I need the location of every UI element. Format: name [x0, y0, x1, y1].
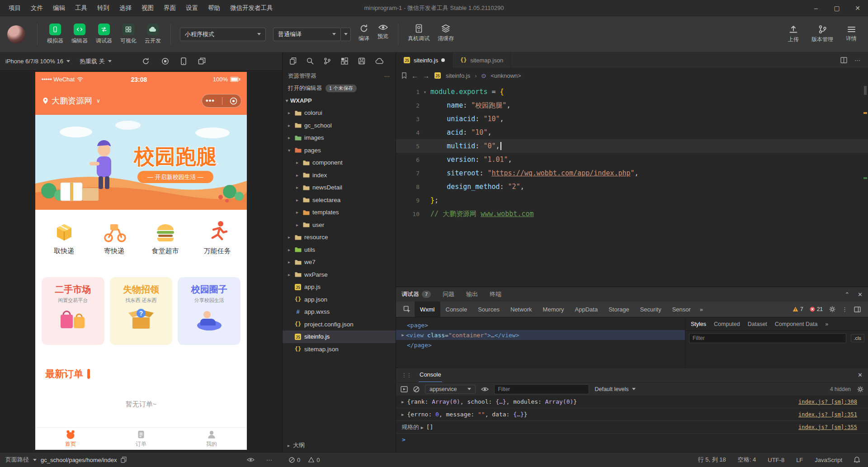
element-tree-row[interactable]: ▶<view class="container">…</view>	[396, 330, 685, 340]
devtools-tab[interactable]: Network	[505, 302, 538, 317]
close-console-icon[interactable]: ✕	[858, 372, 863, 378]
menubar-item[interactable]: 界面	[159, 4, 181, 12]
toolbar-visual-button[interactable]: 可视化	[120, 24, 137, 45]
element-tree-row[interactable]: <page>	[396, 320, 685, 330]
tree-item[interactable]: {}app.json	[283, 293, 396, 306]
tree-item[interactable]: ▸wxParse	[283, 269, 396, 281]
toolbar-preview-button[interactable]: 预览	[377, 24, 388, 45]
tree-item[interactable]: ▸component	[283, 156, 396, 169]
feature-card[interactable]: 失物招领找东西 还东西?	[110, 277, 173, 345]
mode-select[interactable]: 小程序模式	[180, 28, 266, 41]
hot-reload-toggle[interactable]: 热重载 关	[80, 57, 105, 66]
source-control-icon[interactable]	[324, 57, 331, 65]
eol-sequence[interactable]: LF	[796, 457, 803, 463]
toolbar-remote-debug-button[interactable]: 真机调试	[408, 24, 429, 45]
expand-arrow-icon[interactable]: ▶	[400, 333, 406, 337]
settings-gear-icon[interactable]	[829, 306, 835, 312]
errors-indicator[interactable]: 21	[810, 306, 823, 312]
record-icon[interactable]	[161, 57, 169, 65]
split-editor-icon[interactable]	[840, 57, 847, 63]
toolbar-debugger-button[interactable]: 调试器	[96, 24, 112, 45]
open-editors-section[interactable]: 打开的编辑器 1 个未保存	[283, 82, 396, 94]
tree-item[interactable]: {}project.config.json	[283, 318, 396, 331]
menubar-item[interactable]: 帮助	[203, 4, 225, 12]
devtools-tab[interactable]: AppData	[570, 302, 604, 317]
minimize-button[interactable]: –	[806, 0, 826, 16]
expand-arrow-icon[interactable]: ▶	[401, 400, 404, 404]
quick-entry[interactable]: 食堂超市	[152, 219, 179, 255]
tree-item[interactable]: ▸colorui	[283, 107, 396, 119]
console-context-select[interactable]: appservice	[425, 385, 476, 394]
compile-mode-extra-button[interactable]	[341, 28, 351, 41]
close-button[interactable]: ✕	[847, 0, 868, 16]
more-actions-icon[interactable]: ⋯	[266, 457, 273, 463]
live-expression-eye-icon[interactable]	[481, 387, 489, 392]
overflow-tabs-icon[interactable]: »	[696, 306, 707, 313]
editor-tab[interactable]: {}sitemap.json	[453, 52, 511, 68]
menubar-item[interactable]: 视图	[137, 4, 159, 12]
log-source-link[interactable]: index.js? [sm]:351	[798, 411, 857, 418]
code-line[interactable]: 1▾module.exports = {	[396, 85, 868, 99]
toolbar-version-button[interactable]: 版本管理	[811, 25, 833, 43]
quick-entry[interactable]: 取快递	[52, 219, 77, 255]
warnings-indicator[interactable]: 7	[793, 306, 803, 312]
tree-item[interactable]: ▸user	[283, 219, 396, 231]
element-tree-row[interactable]: </page>	[396, 340, 685, 350]
debugger-panel-tab[interactable]: 终端	[490, 290, 501, 298]
code-line[interactable]: 2 name: "校园跑腿",	[396, 99, 868, 112]
tree-item[interactable]: ▾pages	[283, 144, 396, 157]
menubar-item[interactable]: 选择	[114, 4, 137, 12]
menubar-item[interactable]: 项目	[4, 4, 26, 12]
collapse-panel-icon[interactable]: ⌃	[844, 291, 849, 298]
toolbar-cloud-button[interactable]: 云开发	[145, 24, 161, 45]
menubar-item[interactable]: 微信开发者工具	[225, 4, 278, 12]
toggle-visibility-eye-icon[interactable]	[247, 457, 255, 462]
menubar-item[interactable]: 工具	[70, 4, 92, 12]
tree-item[interactable]: ▸we7	[283, 256, 396, 269]
quick-entry[interactable]: 寄快递	[102, 219, 127, 255]
phone-tab[interactable]: 首页	[35, 428, 106, 450]
styles-tab[interactable]: Component Data	[775, 321, 818, 327]
tree-item[interactable]: ▸images	[283, 132, 396, 144]
toolbar-upload-button[interactable]: 上传	[788, 25, 799, 43]
quick-entry[interactable]: 万能任务	[204, 219, 231, 255]
devtools-tab[interactable]: Sources	[472, 302, 505, 317]
more-actions-icon[interactable]: ⋯	[854, 57, 861, 64]
devtools-tab[interactable]: Wxml	[415, 302, 440, 317]
page-path-label[interactable]: 页面路径	[5, 456, 29, 464]
code-line[interactable]: 4 acid: "10",	[396, 126, 868, 139]
tree-item[interactable]: #app.wxss	[283, 306, 396, 318]
editor-scrollbar[interactable]	[863, 83, 868, 287]
devtools-tab[interactable]: Storage	[603, 302, 635, 317]
breadcrumb-file[interactable]: siteinfo.js	[446, 72, 470, 79]
navigate-forward-icon[interactable]: →	[423, 72, 429, 80]
code-line[interactable]: 6 version: "1.01",	[396, 153, 868, 166]
log-levels-select[interactable]: Default levels	[594, 386, 635, 392]
console-filter-input[interactable]	[494, 384, 589, 394]
notifications-bell-icon[interactable]	[854, 457, 860, 463]
styles-tab[interactable]: Dataset	[748, 321, 767, 327]
menubar-item[interactable]: 转到	[92, 4, 114, 12]
indentation[interactable]: 空格: 4	[738, 456, 756, 464]
statusbar-problems-section[interactable]: 0 0	[283, 457, 396, 463]
close-panel-icon[interactable]: ✕	[858, 291, 863, 298]
tree-item[interactable]: ▸selectarea	[283, 194, 396, 207]
tree-item[interactable]: JSapp.js	[283, 281, 396, 293]
tree-item[interactable]: ▸newsDetail	[283, 181, 396, 194]
tree-item-selected[interactable]: JSsiteinfo.js	[283, 330, 396, 343]
feature-card[interactable]: 校园圈子分享校园生活	[178, 277, 241, 345]
toolbar-details-button[interactable]: 详情	[846, 26, 857, 42]
expand-arrow-icon[interactable]: ▶	[401, 412, 404, 417]
drag-handle-icon[interactable]: ⋮⋮	[401, 372, 411, 378]
cloud-sync-icon[interactable]	[375, 58, 383, 64]
cursor-position[interactable]: 行 5, 列 18	[698, 456, 726, 464]
kebab-menu-icon[interactable]: ⋮	[842, 306, 848, 313]
styles-filter-input[interactable]	[689, 333, 846, 343]
copy-path-icon[interactable]	[121, 457, 127, 463]
more-actions-icon[interactable]: ⋯	[384, 73, 391, 80]
code-line[interactable]: 9};	[396, 193, 868, 207]
extensions-icon[interactable]	[341, 57, 348, 65]
encoding[interactable]: UTF-8	[768, 457, 784, 463]
phone-tab[interactable]: 我的	[176, 428, 247, 450]
compile-mode-select[interactable]: 普通编译	[273, 28, 341, 41]
